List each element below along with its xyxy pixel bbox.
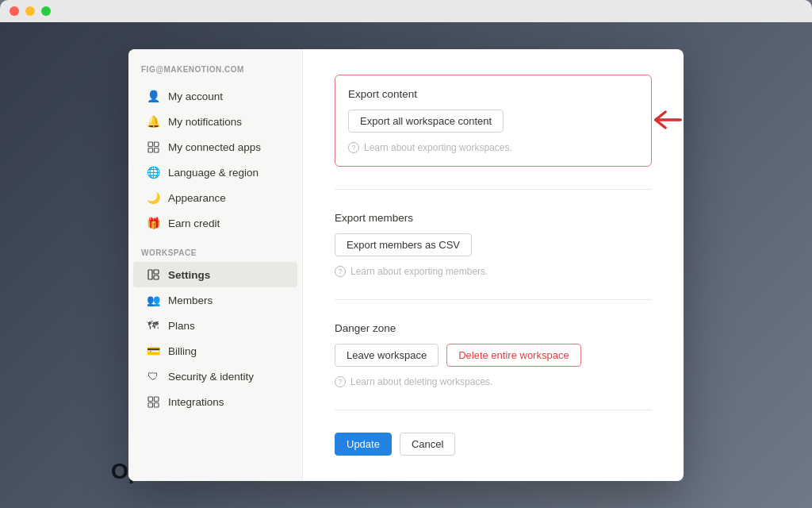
sidebar-label-my-connected-apps: My connected apps	[168, 141, 261, 153]
sidebar-label-language-region: Language & region	[168, 167, 259, 179]
export-content-section: Export content Export all workspace cont…	[335, 75, 652, 167]
sidebar-item-appearance[interactable]: 🌙 Appearance	[133, 185, 297, 210]
sidebar-item-integrations[interactable]: Integrations	[133, 389, 297, 414]
question-icon-2: ?	[335, 266, 346, 277]
sidebar-item-my-connected-apps[interactable]: My connected apps	[133, 134, 297, 160]
modal-footer: Update Cancel	[335, 433, 652, 456]
maximize-button[interactable]	[41, 6, 51, 16]
settings-icon	[146, 267, 160, 282]
earn-credit-icon: 🎁	[146, 216, 160, 230]
sidebar-item-language-region[interactable]: 🌐 Language & region	[133, 160, 297, 185]
arrow-annotation	[642, 106, 682, 137]
danger-zone-section: Danger zone Leave workspace Delete entir…	[335, 322, 652, 387]
divider-1	[335, 189, 652, 190]
account-icon: 👤	[146, 89, 160, 103]
svg-rect-8	[154, 397, 159, 402]
svg-rect-3	[154, 148, 159, 152]
sidebar-label-security-identity: Security & identity	[168, 371, 254, 383]
export-members-button[interactable]: Export members as CSV	[335, 233, 472, 256]
delete-workspace-button[interactable]: Delete entire workspace	[446, 344, 580, 367]
settings-modal: FIG@MAKENOTION.COM 👤 My account 🔔 My not…	[128, 49, 684, 481]
question-icon-3: ?	[335, 376, 346, 387]
question-icon: ?	[348, 142, 359, 153]
window-chrome	[0, 0, 812, 22]
divider-3	[335, 410, 652, 410]
sidebar-label-my-notifications: My notifications	[168, 116, 242, 128]
modal-overlay: FIG@MAKENOTION.COM 👤 My account 🔔 My not…	[0, 22, 812, 508]
notifications-icon: 🔔	[146, 114, 160, 129]
close-button[interactable]	[10, 6, 19, 16]
security-icon: 🛡	[146, 369, 160, 383]
sidebar-label-plans: Plans	[168, 320, 195, 332]
leave-workspace-button[interactable]: Leave workspace	[335, 344, 439, 367]
sidebar-item-members[interactable]: 👥 Members	[133, 287, 297, 313]
export-members-section: Export members Export members as CSV ? L…	[335, 212, 652, 277]
sidebar-label-settings: Settings	[168, 269, 210, 281]
svg-rect-7	[148, 397, 153, 402]
members-icon: 👥	[146, 293, 160, 307]
export-members-helper: ? Learn about exporting members.	[335, 266, 652, 277]
export-workspace-button[interactable]: Export all workspace content	[348, 110, 504, 133]
sidebar-label-earn-credit: Earn credit	[168, 217, 220, 229]
sidebar-email: FIG@MAKENOTION.COM	[128, 65, 302, 83]
export-content-helper: ? Learn about exporting workspaces.	[348, 142, 638, 153]
export-content-title: Export content	[348, 88, 638, 100]
sidebar-label-appearance: Appearance	[168, 192, 226, 204]
billing-icon: 💳	[146, 344, 160, 358]
sidebar-label-my-account: My account	[168, 90, 223, 102]
appearance-icon: 🌙	[146, 190, 160, 205]
svg-rect-6	[154, 275, 159, 279]
svg-rect-5	[154, 270, 159, 274]
sidebar-item-plans[interactable]: 🗺 Plans	[133, 313, 297, 338]
main-content: Export content Export all workspace cont…	[303, 49, 684, 481]
sidebar-label-billing: Billing	[168, 345, 197, 357]
connected-apps-icon	[146, 140, 160, 154]
export-members-title: Export members	[335, 212, 652, 224]
svg-rect-0	[148, 142, 153, 147]
danger-zone-helper: ? Learn about deleting workspaces.	[335, 376, 652, 387]
plans-icon: 🗺	[146, 318, 160, 333]
export-content-box: Export content Export all workspace cont…	[335, 75, 652, 167]
sidebar-item-my-notifications[interactable]: 🔔 My notifications	[133, 109, 297, 134]
sidebar-item-earn-credit[interactable]: 🎁 Earn credit	[133, 210, 297, 236]
sidebar-item-security-identity[interactable]: 🛡 Security & identity	[133, 364, 297, 389]
sidebar-item-billing[interactable]: 💳 Billing	[133, 338, 297, 364]
sidebar-item-settings[interactable]: Settings	[133, 262, 297, 287]
sidebar-item-my-account[interactable]: 👤 My account	[133, 83, 297, 109]
svg-rect-2	[148, 148, 153, 152]
svg-rect-9	[148, 402, 153, 407]
cancel-button[interactable]: Cancel	[400, 433, 455, 456]
minimize-button[interactable]	[25, 6, 35, 16]
svg-rect-10	[154, 402, 159, 407]
language-icon: 🌐	[146, 165, 160, 179]
sidebar: FIG@MAKENOTION.COM 👤 My account 🔔 My not…	[128, 49, 303, 481]
workspace-section-label: WORKSPACE	[128, 236, 302, 262]
svg-rect-1	[154, 142, 159, 147]
sidebar-label-integrations: Integrations	[168, 396, 224, 408]
divider-2	[335, 299, 652, 300]
update-button[interactable]: Update	[335, 433, 392, 456]
svg-rect-4	[148, 270, 152, 279]
danger-zone-title: Danger zone	[335, 322, 652, 334]
sidebar-label-members: Members	[168, 294, 213, 306]
integrations-icon	[146, 394, 160, 409]
danger-zone-buttons: Leave workspace Delete entire workspace	[335, 344, 652, 367]
